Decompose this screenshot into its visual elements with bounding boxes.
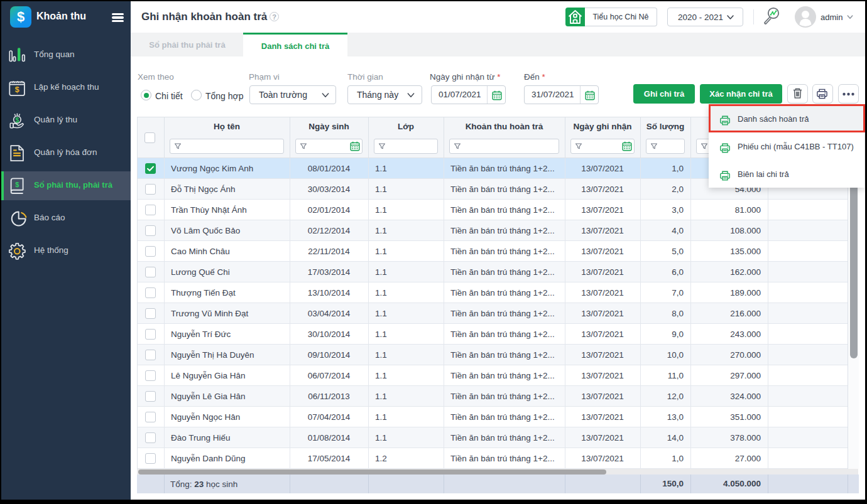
- svg-text:$: $: [15, 85, 19, 94]
- svg-text:$: $: [15, 181, 19, 188]
- svg-text:$: $: [15, 116, 19, 124]
